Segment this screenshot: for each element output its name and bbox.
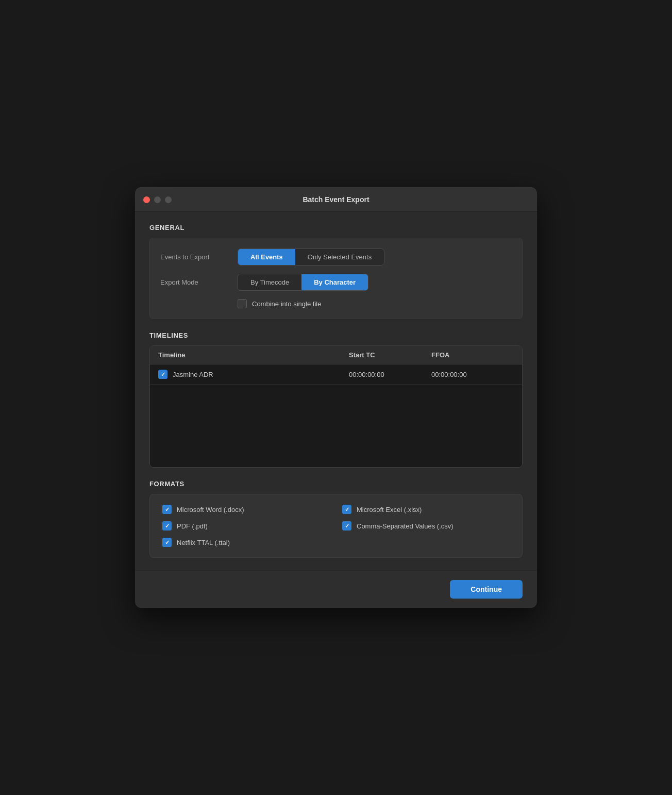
table-empty-area	[150, 385, 522, 467]
maximize-button[interactable]	[165, 196, 172, 203]
formats-grid: Microsoft Word (.docx) Microsoft Excel (…	[162, 505, 510, 547]
by-character-button[interactable]: By Character	[301, 274, 368, 290]
table-row: Jasmine ADR 00:00:00:00 00:00:00:00	[150, 365, 522, 385]
combine-label: Combine into single file	[252, 300, 321, 308]
traffic-lights	[143, 196, 172, 203]
formats-section-label: FORMATS	[149, 480, 523, 488]
content-area: GENERAL Events to Export All Events Only…	[135, 211, 537, 558]
timeline-checkbox[interactable]	[158, 370, 167, 379]
format-item-pdf: PDF (.pdf)	[162, 521, 330, 531]
format-label-pdf: PDF (.pdf)	[177, 522, 208, 530]
format-checkbox-ttal[interactable]	[162, 538, 172, 547]
title-bar: Batch Event Export	[135, 187, 537, 211]
format-item-csv: Comma-Separated Values (.csv)	[342, 521, 510, 531]
footer: Continue	[135, 570, 537, 608]
format-checkbox-excel[interactable]	[342, 505, 351, 514]
only-selected-events-button[interactable]: Only Selected Events	[295, 249, 384, 265]
continue-button[interactable]: Continue	[450, 580, 523, 599]
timeline-ffoa: 00:00:00:00	[431, 371, 514, 378]
format-label-ttal: Netflix TTAL (.ttal)	[177, 539, 230, 546]
timeline-start-tc: 00:00:00:00	[349, 371, 431, 378]
export-mode-label: Export Mode	[160, 278, 238, 286]
format-item-excel: Microsoft Excel (.xlsx)	[342, 505, 510, 514]
table-header: Timeline Start TC FFOA	[150, 346, 522, 365]
combine-checkbox-row: Combine into single file	[238, 299, 321, 308]
timelines-panel: Timeline Start TC FFOA Jasmine ADR 00:00…	[149, 345, 523, 468]
format-checkbox-word[interactable]	[162, 505, 172, 514]
events-to-export-row: Events to Export All Events Only Selecte…	[160, 249, 512, 266]
combine-checkbox[interactable]	[238, 299, 247, 308]
export-mode-toggle-group: By Timecode By Character	[238, 274, 368, 291]
events-toggle-group: All Events Only Selected Events	[238, 249, 384, 266]
col-start-tc: Start TC	[349, 351, 431, 359]
format-item-ttal: Netflix TTAL (.ttal)	[162, 538, 330, 547]
col-ffoa: FFOA	[431, 351, 514, 359]
formats-panel: Microsoft Word (.docx) Microsoft Excel (…	[149, 494, 523, 558]
format-label-word: Microsoft Word (.docx)	[177, 506, 244, 514]
close-button[interactable]	[143, 196, 150, 203]
format-item-word: Microsoft Word (.docx)	[162, 505, 330, 514]
export-mode-row: Export Mode By Timecode By Character	[160, 274, 512, 291]
format-checkbox-pdf[interactable]	[162, 521, 172, 531]
events-to-export-label: Events to Export	[160, 253, 238, 261]
format-label-csv: Comma-Separated Values (.csv)	[357, 522, 453, 530]
window-title: Batch Event Export	[303, 195, 369, 204]
combine-row: Combine into single file	[160, 299, 512, 308]
general-section-label: GENERAL	[149, 224, 523, 231]
window: Batch Event Export GENERAL Events to Exp…	[135, 187, 537, 608]
col-timeline: Timeline	[158, 351, 349, 359]
timeline-name-cell: Jasmine ADR	[158, 370, 349, 379]
minimize-button[interactable]	[154, 196, 161, 203]
timeline-name: Jasmine ADR	[173, 371, 213, 378]
format-checkbox-csv[interactable]	[342, 521, 351, 531]
general-panel: Events to Export All Events Only Selecte…	[149, 238, 523, 319]
formats-empty-cell	[342, 538, 510, 547]
format-label-excel: Microsoft Excel (.xlsx)	[357, 506, 422, 514]
timelines-section-label: TIMELINES	[149, 332, 523, 339]
all-events-button[interactable]: All Events	[238, 249, 295, 265]
by-timecode-button[interactable]: By Timecode	[238, 274, 301, 290]
